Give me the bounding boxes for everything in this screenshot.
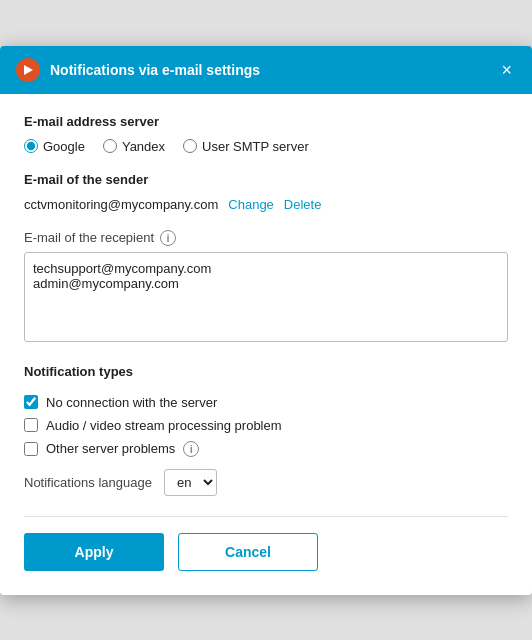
apply-button[interactable]: Apply: [24, 533, 164, 571]
checkbox-no-connection-input[interactable]: [24, 395, 38, 409]
checkbox-other-problems[interactable]: Other server problems: [24, 441, 175, 456]
radio-google[interactable]: Google: [24, 139, 85, 154]
checkbox-audio-video-label: Audio / video stream processing problem: [46, 418, 282, 433]
radio-google-input[interactable]: [24, 139, 38, 153]
radio-yandex-label: Yandex: [122, 139, 165, 154]
recipient-label-row: E-mail of the recepient i: [24, 230, 508, 246]
dialog-title: Notifications via e-mail settings: [50, 62, 260, 78]
recipient-textarea[interactable]: techsupport@mycompany.com admin@mycompan…: [24, 252, 508, 342]
notification-types-label: Notification types: [24, 364, 508, 379]
language-label: Notifications language: [24, 475, 152, 490]
logo-icon: [21, 63, 35, 77]
checkbox-other-problems-label: Other server problems: [46, 441, 175, 456]
language-select[interactable]: en ru de fr: [164, 469, 217, 496]
svg-marker-0: [24, 65, 33, 75]
sender-email: cctvmonitoring@mycompany.com: [24, 197, 218, 212]
checkbox-other-problems-input[interactable]: [24, 442, 38, 456]
title-bar: Notifications via e-mail settings ×: [0, 46, 532, 94]
email-server-radio-group: Google Yandex User SMTP server: [24, 139, 508, 154]
sender-section-label: E-mail of the sender: [24, 172, 508, 187]
app-logo: [16, 58, 40, 82]
radio-yandex-input[interactable]: [103, 139, 117, 153]
radio-smtp-label: User SMTP server: [202, 139, 309, 154]
checkbox-other-problems-row: Other server problems i: [24, 441, 508, 457]
checkbox-audio-video[interactable]: Audio / video stream processing problem: [24, 418, 508, 433]
change-button[interactable]: Change: [228, 197, 274, 212]
language-row: Notifications language en ru de fr: [24, 465, 508, 496]
sender-row: cctvmonitoring@mycompany.com Change Dele…: [24, 197, 508, 212]
other-problems-info-icon: i: [183, 441, 199, 457]
delete-button[interactable]: Delete: [284, 197, 322, 212]
recipient-info-icon: i: [160, 230, 176, 246]
button-row: Apply Cancel: [24, 533, 508, 575]
dialog-content: E-mail address server Google Yandex User…: [0, 94, 532, 595]
dialog: Notifications via e-mail settings × E-ma…: [0, 46, 532, 595]
divider: [24, 516, 508, 517]
checkbox-audio-video-input[interactable]: [24, 418, 38, 432]
recipient-label: E-mail of the recepient: [24, 230, 154, 245]
radio-google-label: Google: [43, 139, 85, 154]
checkbox-no-connection-label: No connection with the server: [46, 395, 217, 410]
cancel-button[interactable]: Cancel: [178, 533, 318, 571]
close-button[interactable]: ×: [497, 61, 516, 79]
checkbox-no-connection[interactable]: No connection with the server: [24, 395, 508, 410]
radio-smtp-input[interactable]: [183, 139, 197, 153]
email-server-label: E-mail address server: [24, 114, 508, 129]
radio-smtp[interactable]: User SMTP server: [183, 139, 309, 154]
title-bar-left: Notifications via e-mail settings: [16, 58, 260, 82]
radio-yandex[interactable]: Yandex: [103, 139, 165, 154]
